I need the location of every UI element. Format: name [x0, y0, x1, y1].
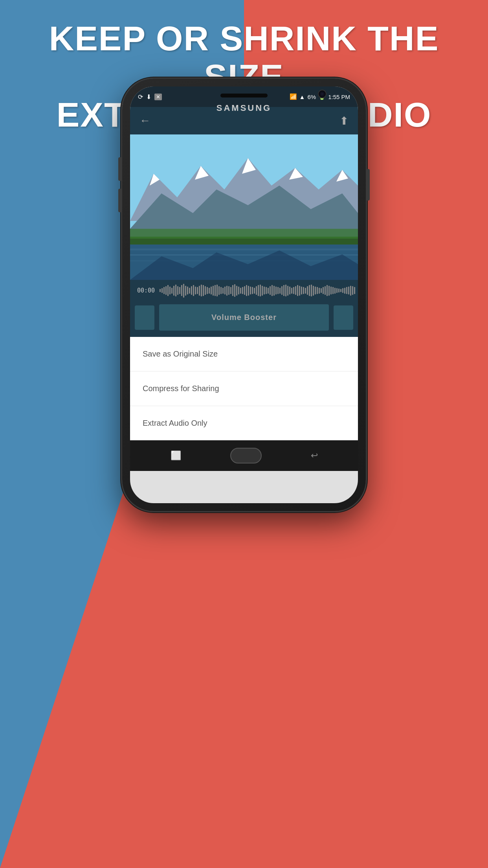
waveform-bar [327, 285, 328, 296]
nav-recent-button[interactable]: ⬜ [171, 451, 181, 461]
svg-rect-11 [130, 248, 358, 250]
menu-item-save-label: Save as Original Size [143, 349, 218, 359]
waveform-bar [328, 286, 330, 296]
waveform-bar [350, 286, 351, 296]
waveform-bar [248, 286, 249, 296]
waveform-bar [222, 288, 224, 294]
side-button-right[interactable] [367, 169, 370, 200]
side-button-left-2[interactable] [118, 189, 121, 212]
waveform-bar [209, 288, 210, 294]
waveform-bar [352, 286, 353, 295]
waveform-bar [315, 287, 316, 294]
waveform-bar [303, 287, 304, 294]
waveform [160, 285, 355, 296]
battery-text: 6% [307, 94, 316, 100]
waveform-bar [309, 285, 310, 296]
waveform-bar [330, 287, 332, 294]
waveform-bar [220, 287, 222, 294]
volume-booster-button[interactable]: Volume Booster [159, 304, 329, 331]
waveform-bar [228, 286, 229, 295]
waveform-bar [336, 288, 338, 293]
status-icon-download: ⬇ [146, 93, 151, 101]
waveform-bar [169, 287, 171, 294]
phone-outer: SAMSUNG ⟳ ⬇ ✕ 📶 ▲ 6% 🔋 1:55 PM [122, 79, 366, 511]
waveform-bar [244, 286, 245, 295]
waveform-bar [218, 286, 220, 295]
waveform-bar [307, 286, 308, 295]
waveform-bar [236, 286, 237, 296]
status-left-icons: ⟳ ⬇ ✕ [138, 93, 162, 101]
waveform-bar [295, 286, 296, 295]
waveform-bar [246, 285, 247, 296]
menu-item-save[interactable]: Save as Original Size [130, 337, 358, 371]
waveform-bar [254, 288, 255, 294]
waveform-bar [181, 285, 182, 296]
waveform-bar [301, 287, 302, 294]
nav-back-button[interactable]: ↩ [311, 451, 318, 461]
waveform-bar [266, 287, 267, 294]
waveform-bar [313, 286, 314, 296]
dropdown-menu: Save as Original Size Compress for Shari… [130, 337, 358, 440]
menu-item-compress[interactable]: Compress for Sharing [130, 371, 358, 406]
waveform-bar [205, 286, 206, 295]
waveform-bar [207, 287, 208, 294]
waveform-bar [211, 287, 212, 294]
volume-booster-section: Volume Booster [130, 301, 358, 337]
speaker-grill [220, 94, 268, 97]
svg-rect-12 [130, 254, 358, 256]
waveform-bar [281, 286, 283, 295]
waveform-bar [191, 286, 192, 295]
share-button[interactable]: ⬆ [339, 114, 349, 127]
waveform-bar [283, 285, 284, 296]
waveform-bar [262, 286, 263, 296]
time-start: 00:00 [137, 287, 155, 294]
waveform-bar [240, 288, 241, 294]
waveform-bar [268, 288, 269, 294]
waveform-bar [317, 287, 318, 294]
vol-side-right [334, 305, 353, 330]
waveform-bar [287, 286, 288, 296]
side-button-left-1[interactable] [118, 157, 121, 181]
waveform-bar [189, 288, 190, 294]
waveform-bar [234, 284, 235, 297]
waveform-bar [277, 287, 279, 294]
waveform-bar [179, 287, 180, 294]
menu-item-extract[interactable]: Extract Audio Only [130, 406, 358, 440]
wifi-icon: 📶 [290, 93, 297, 100]
vol-side-left [135, 305, 154, 330]
waveform-bar [193, 285, 194, 296]
waveform-bar [197, 287, 198, 294]
waveform-bar [238, 287, 239, 294]
waveform-bar [311, 285, 312, 296]
waveform-bar [297, 285, 298, 296]
waveform-bar [344, 288, 345, 294]
nav-home-button[interactable] [230, 448, 262, 463]
waveform-bar [256, 286, 257, 295]
waveform-bar [242, 287, 243, 294]
waveform-bar [354, 287, 355, 294]
timeline-bar[interactable]: 00:00 03:45 [130, 280, 358, 301]
waveform-bar [279, 288, 281, 294]
waveform-bar [171, 288, 172, 294]
waveform-bar [285, 285, 286, 296]
waveform-bar [199, 286, 200, 296]
waveform-bar [226, 286, 227, 296]
waveform-bar [340, 289, 341, 292]
waveform-bar [224, 287, 226, 294]
waveform-bar [175, 285, 176, 296]
waveform-bar [216, 285, 218, 296]
waveform-bar [230, 287, 231, 294]
back-button[interactable]: ← [139, 114, 150, 127]
waveform-bar [264, 287, 265, 294]
waveform-bar [275, 287, 277, 294]
svg-rect-9 [130, 229, 358, 239]
waveform-bar [270, 286, 271, 295]
waveform-bar [273, 286, 275, 296]
waveform-bar [334, 288, 336, 294]
waveform-bar [213, 286, 214, 296]
waveform-bar [183, 284, 184, 298]
mountain-svg [130, 134, 358, 280]
menu-item-compress-label: Compress for Sharing [143, 384, 219, 393]
samsung-label: SAMSUNG [216, 103, 272, 113]
menu-item-extract-label: Extract Audio Only [143, 419, 207, 428]
